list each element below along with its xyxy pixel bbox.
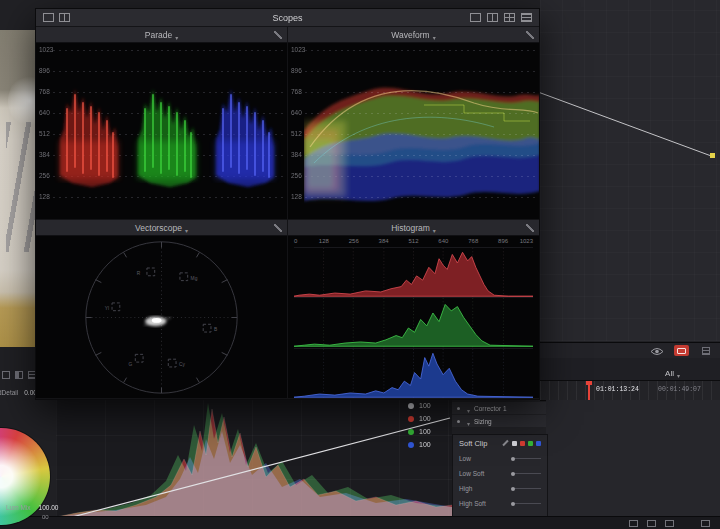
soft-clip-row-low-soft: Low Soft	[453, 466, 547, 481]
expand-icon[interactable]	[274, 224, 282, 232]
histogram-red	[294, 247, 533, 297]
green-channel-icon[interactable]	[528, 441, 533, 446]
scopes-window: Scopes Parade 1023 896 768	[35, 8, 540, 400]
expand-icon[interactable]	[526, 224, 534, 232]
soft-clip-panel: Soft Clip Low Low Soft High High Soft	[452, 434, 548, 518]
timeline-panel	[546, 400, 720, 516]
layout-icon[interactable]	[647, 520, 656, 527]
panel-icon[interactable]	[2, 371, 10, 379]
axis-label: 640	[438, 238, 448, 244]
layout-icon[interactable]	[629, 520, 638, 527]
scale-label: 768	[39, 89, 50, 96]
slider-knob[interactable]	[511, 457, 515, 461]
slider-knob[interactable]	[511, 472, 515, 476]
blue-channel-icon[interactable]	[536, 441, 541, 446]
panel-icon[interactable]	[43, 13, 54, 22]
vectorscope-panel: Vectorscope	[36, 220, 288, 399]
axis-label: 128	[319, 238, 329, 244]
scale-label: 256	[291, 173, 302, 180]
node-dot-icon	[457, 420, 460, 423]
split-panel-icon[interactable]	[15, 371, 23, 379]
curve-value: 100	[419, 415, 431, 422]
pencil-icon[interactable]	[502, 440, 508, 446]
soft-clip-slider[interactable]	[511, 458, 541, 459]
soft-clip-slider[interactable]	[511, 503, 541, 504]
layout-icon[interactable]	[701, 520, 710, 527]
scopes-titlebar[interactable]: Scopes	[36, 9, 539, 27]
layout-single-icon[interactable]	[470, 13, 481, 22]
soft-clip-label: High	[459, 485, 511, 492]
waveform-dropdown[interactable]: Waveform	[391, 30, 429, 40]
scale-label: 384	[291, 152, 302, 159]
slider-knob[interactable]	[511, 502, 515, 506]
expand-icon[interactable]	[526, 31, 534, 39]
layout-split-icon[interactable]	[487, 13, 498, 22]
lum-mix-control[interactable]: Lum Mix 100.00	[6, 504, 58, 511]
curve-value-blue[interactable]: 100	[408, 438, 431, 451]
vectorscope-dropdown[interactable]: Vectorscope	[135, 223, 182, 233]
scale-label: 512	[39, 131, 50, 138]
soft-clip-row-high: High	[453, 481, 547, 496]
list-view-icon[interactable]	[702, 347, 710, 355]
soft-clip-label: Low	[459, 455, 511, 462]
waveform-art	[304, 43, 539, 219]
vectorscope-target-label: B	[214, 327, 217, 332]
detail-control[interactable]: dDetail 0.00	[0, 389, 37, 396]
timeline-ruler[interactable]: 01:01:13:24 00:01:49:07	[540, 381, 720, 401]
histogram-dropdown[interactable]: Histogram	[391, 223, 430, 233]
vectorscope-target-label: R	[137, 271, 141, 276]
dropdown-caret-icon	[430, 219, 436, 237]
curve-spline-overlay	[535, 85, 720, 165]
node-item-label: Corrector 1	[474, 405, 507, 412]
green-dot-icon	[408, 429, 414, 435]
dropdown-caret-icon	[674, 364, 680, 382]
panel-split-icon[interactable]	[59, 13, 70, 22]
palette-mini-toolbar	[2, 371, 36, 379]
soft-clip-label: Low Soft	[459, 470, 511, 477]
red-channel-icon[interactable]	[520, 441, 525, 446]
parade-dropdown[interactable]: Parade	[145, 30, 172, 40]
slider-knob[interactable]	[511, 487, 515, 491]
curve-value-green[interactable]: 100	[408, 425, 431, 438]
vectorscope-art: R Mg Yl B G Cy	[36, 236, 287, 398]
histogram-panel: Histogram 0 128 256 384 512 640 768	[288, 220, 539, 399]
eye-icon[interactable]	[650, 347, 664, 356]
layout-list-icon[interactable]	[521, 13, 532, 22]
dropdown-caret-icon	[430, 26, 436, 44]
layout-grid-icon[interactable]	[504, 13, 515, 22]
axis-label: 896	[498, 238, 508, 244]
curve-channel-values: 100 100 100 100	[408, 399, 431, 451]
bypass-badge-icon[interactable]	[674, 345, 689, 356]
curve-value-luma[interactable]: 100	[408, 399, 431, 412]
soft-clip-slider[interactable]	[511, 473, 541, 474]
clip-filter-dropdown[interactable]: All	[665, 364, 680, 382]
vectorscope-target-label: G	[129, 362, 133, 367]
soft-clip-label: High Soft	[459, 500, 511, 507]
luma-dot-icon	[408, 403, 414, 409]
curve-control-point[interactable]	[710, 153, 715, 158]
detail-label: dDetail	[0, 389, 18, 396]
expand-icon[interactable]	[274, 31, 282, 39]
axis-label: 384	[379, 238, 389, 244]
parade-waveform-art	[52, 43, 287, 219]
node-item-sizing[interactable]: Sizing	[452, 415, 546, 427]
curve-value: 100	[419, 428, 431, 435]
vectorscope-target-label: Yl	[105, 306, 109, 311]
scale-label: 512	[291, 131, 302, 138]
soft-clip-row-high-soft: High Soft	[453, 496, 547, 511]
layout-icon[interactable]	[665, 520, 674, 527]
vectorscope-target-label: Cy	[179, 362, 185, 367]
davinci-color-page: All 01:01:13:24 00:01:49:07 Corrector 1 …	[0, 0, 720, 529]
curve-origin-value: 00	[42, 514, 49, 520]
scale-label: 768	[291, 89, 302, 96]
titlebar-right-icons	[470, 13, 532, 22]
scale-label: 384	[39, 152, 50, 159]
soft-clip-slider[interactable]	[511, 488, 541, 489]
node-dot-icon	[457, 407, 460, 410]
timeline-filter-row: All	[540, 358, 720, 381]
node-graph-area[interactable]	[540, 0, 720, 341]
curve-value-red[interactable]: 100	[408, 412, 431, 425]
luma-channel-icon[interactable]	[512, 441, 517, 446]
timecode-current: 01:01:13:24	[596, 387, 639, 394]
histogram-axis: 0 128 256 384 512 640 768 896 1023	[294, 236, 533, 247]
